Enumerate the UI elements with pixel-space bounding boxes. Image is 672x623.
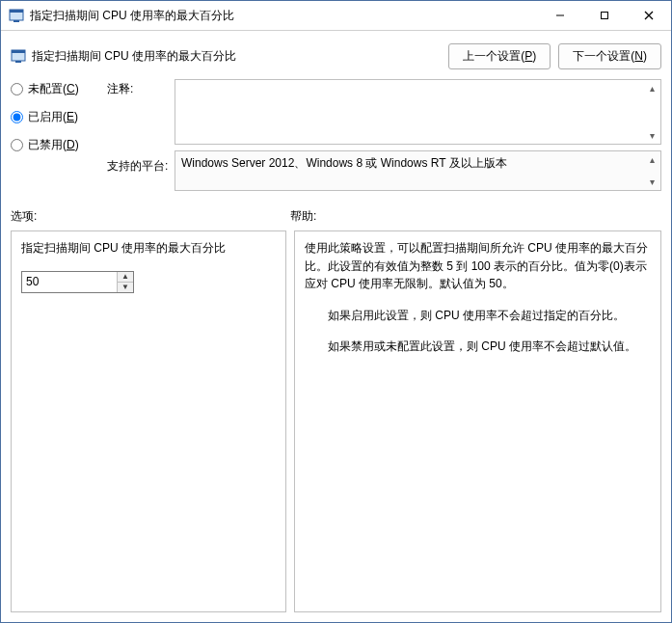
section-labels: 选项: 帮助:: [11, 208, 661, 225]
supported-platform-text: Windows Server 2012、Windows 8 或 Windows …: [181, 156, 507, 170]
titlebar-text: 指定扫描期间 CPU 使用率的最大百分比: [30, 8, 538, 24]
platform-label: 支持的平台:: [107, 150, 175, 175]
options-pane: 指定扫描期间 CPU 使用率的最大百分比 ▲ ▼: [11, 230, 286, 612]
policy-title: 指定扫描期间 CPU 使用率的最大百分比: [32, 48, 236, 65]
help-section-label: 帮助:: [290, 208, 316, 225]
config-row: 未配置(C) 已启用(E) 已禁用(D) 注释: 支持的平台:: [11, 79, 661, 191]
app-icon: [9, 8, 24, 23]
radio-enabled[interactable]: 已启用(E): [11, 109, 107, 125]
state-radio-group: 未配置(C) 已启用(E) 已禁用(D): [11, 79, 107, 191]
svg-rect-8: [12, 50, 25, 53]
svg-rect-4: [602, 13, 608, 19]
scroll-up-icon[interactable]: ▴: [644, 80, 660, 96]
policy-icon: [11, 48, 26, 64]
help-paragraph: 如果禁用或未配置此设置，则 CPU 使用率不会超过默认值。: [305, 338, 651, 356]
maximize-button[interactable]: [582, 1, 627, 30]
previous-setting-button[interactable]: 上一个设置(P): [448, 43, 551, 69]
option-field-label: 指定扫描期间 CPU 使用率的最大百分比: [21, 239, 276, 257]
svg-rect-9: [15, 61, 21, 63]
supported-platform-box: Windows Server 2012、Windows 8 或 Windows …: [175, 150, 661, 191]
lower-panes: 指定扫描期间 CPU 使用率的最大百分比 ▲ ▼ 使用此策略设置，可以配置扫描期…: [11, 230, 661, 612]
client-area: 指定扫描期间 CPU 使用率的最大百分比 上一个设置(P) 下一个设置(N) 未…: [1, 31, 671, 622]
policy-header-row: 指定扫描期间 CPU 使用率的最大百分比 上一个设置(P) 下一个设置(N): [11, 39, 661, 73]
comment-scrollbar[interactable]: ▴ ▾: [644, 80, 660, 144]
scroll-down-icon[interactable]: ▾: [644, 174, 660, 190]
help-pane: 使用此策略设置，可以配置扫描期间所允许 CPU 使用率的最大百分比。此设置的有效…: [294, 230, 661, 612]
close-button[interactable]: [627, 1, 671, 30]
cpu-percent-spinner[interactable]: ▲ ▼: [21, 271, 134, 293]
dialog-window: 指定扫描期间 CPU 使用率的最大百分比 指定扫描期间 CPU 使用率的最大百分…: [0, 0, 672, 623]
help-paragraph: 如果启用此设置，则 CPU 使用率不会超过指定的百分比。: [305, 307, 651, 325]
options-section-label: 选项:: [11, 208, 290, 225]
radio-disabled-input[interactable]: [11, 139, 23, 151]
scroll-up-icon[interactable]: ▴: [644, 151, 660, 168]
next-setting-button[interactable]: 下一个设置(N): [558, 43, 661, 69]
platform-scrollbar[interactable]: ▴ ▾: [644, 151, 660, 190]
cpu-percent-input[interactable]: [22, 272, 117, 292]
help-paragraph: 使用此策略设置，可以配置扫描期间所允许 CPU 使用率的最大百分比。此设置的有效…: [305, 239, 651, 293]
fields-column: ▴ ▾ Windows Server 2012、Windows 8 或 Wind…: [175, 79, 661, 191]
scroll-down-icon[interactable]: ▾: [644, 127, 660, 144]
spinner-up-icon[interactable]: ▲: [118, 272, 133, 283]
svg-rect-1: [10, 10, 23, 13]
svg-rect-2: [13, 20, 19, 22]
comment-label: 注释:: [107, 81, 175, 150]
radio-enabled-input[interactable]: [11, 111, 23, 123]
titlebar: 指定扫描期间 CPU 使用率的最大百分比: [1, 1, 671, 31]
comment-textbox[interactable]: ▴ ▾: [175, 79, 661, 145]
field-labels-column: 注释: 支持的平台:: [107, 79, 175, 191]
minimize-button[interactable]: [538, 1, 582, 30]
radio-disabled[interactable]: 已禁用(D): [11, 137, 107, 153]
spinner-down-icon[interactable]: ▼: [118, 283, 133, 292]
radio-not-configured[interactable]: 未配置(C): [11, 81, 107, 97]
radio-not-configured-input[interactable]: [11, 83, 23, 95]
